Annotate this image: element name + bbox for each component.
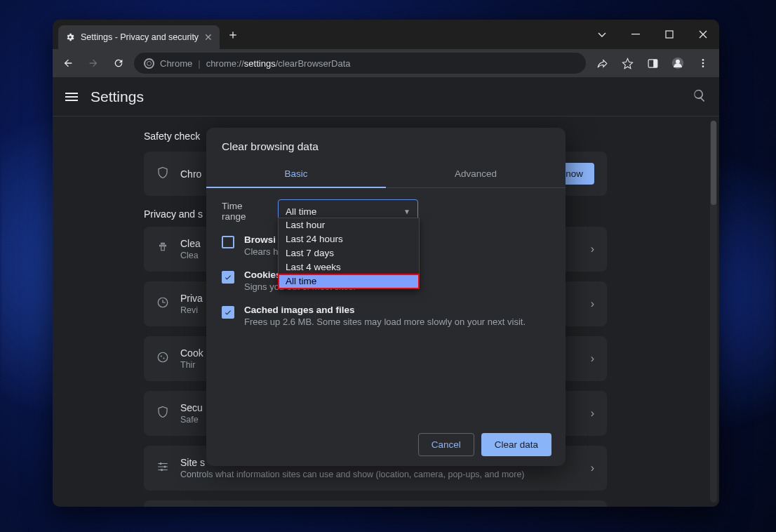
settings-search-icon[interactable] [693, 88, 707, 105]
tab-close-icon[interactable]: ✕ [204, 32, 213, 43]
url-scheme-label: Chrome [160, 58, 192, 69]
cancel-button[interactable]: Cancel [418, 433, 474, 456]
reload-button[interactable] [109, 53, 128, 73]
overflow-menu-icon[interactable] [693, 53, 714, 74]
dropdown-option[interactable]: Last 7 days [279, 246, 419, 260]
dropdown-option[interactable]: Last 4 weeks [279, 260, 419, 274]
svg-point-7 [702, 62, 704, 65]
svg-rect-1 [666, 31, 673, 38]
option-title: Cached images and files [244, 305, 526, 315]
titlebar: Settings - Privacy and security ✕ ＋ [53, 20, 719, 49]
clear-data-button[interactable]: Clear data [481, 433, 551, 456]
browser-window: Settings - Privacy and security ✕ ＋ Chro… [53, 20, 719, 507]
url-separator: | [198, 58, 200, 69]
browser-tab[interactable]: Settings - Privacy and security ✕ [58, 25, 220, 49]
browser-toolbar: Chrome | chrome://settings/clearBrowserD… [53, 49, 719, 77]
url-path: /clearBrowserData [276, 58, 351, 69]
forward-button[interactable] [83, 53, 103, 73]
svg-rect-3 [653, 59, 657, 67]
dialog-title: Clear browsing data [206, 128, 566, 160]
chevron-down-icon: ▼ [403, 208, 410, 215]
svg-point-8 [702, 65, 704, 67]
scrollbar-thumb[interactable] [711, 121, 716, 205]
window-maximize-button[interactable] [653, 20, 685, 49]
time-range-value: All time [286, 206, 316, 217]
address-bar[interactable]: Chrome | chrome://settings/clearBrowserD… [134, 53, 586, 74]
time-range-label: Time range [222, 201, 268, 222]
dialog-overlay: Clear browsing data Basic Advanced Time … [53, 117, 719, 507]
window-minimize-button[interactable] [620, 20, 652, 49]
checkbox[interactable] [222, 271, 234, 284]
settings-header: Settings [53, 77, 719, 117]
checkbox[interactable] [222, 236, 234, 248]
dropdown-option[interactable]: Last hour [279, 218, 419, 232]
option-subtitle: Clears h [244, 246, 278, 257]
chrome-icon [144, 58, 154, 69]
option-title: Browsi [244, 234, 278, 245]
tab-search-button[interactable] [586, 20, 618, 49]
window-close-button[interactable] [687, 20, 719, 49]
panel-icon[interactable] [642, 53, 663, 74]
scrollbar[interactable] [710, 121, 717, 503]
tab-basic[interactable]: Basic [206, 160, 386, 187]
dropdown-option[interactable]: All time [279, 274, 419, 288]
svg-point-6 [702, 59, 704, 61]
share-icon[interactable] [591, 53, 613, 74]
clear-option-row: Cached images and filesFrees up 2.6 MB. … [222, 305, 550, 327]
profile-icon[interactable] [667, 53, 688, 74]
url-host: settings [244, 58, 276, 69]
svg-point-5 [676, 60, 680, 64]
settings-content: Safety check Chro eck now Privacy and s … [53, 117, 719, 507]
dialog-tabs: Basic Advanced [206, 160, 566, 188]
clear-browsing-data-dialog: Clear browsing data Basic Advanced Time … [206, 128, 566, 466]
page-title: Settings [91, 88, 144, 105]
url-prefix: chrome:// [206, 58, 244, 69]
svg-rect-0 [631, 34, 640, 34]
tab-title: Settings - Privacy and security [81, 32, 199, 42]
option-subtitle: Frees up 2.6 MB. Some sites may load mor… [244, 317, 526, 327]
menu-icon[interactable] [65, 93, 78, 101]
dropdown-option[interactable]: Last 24 hours [279, 232, 419, 246]
back-button[interactable] [58, 53, 78, 73]
tab-advanced[interactable]: Advanced [386, 160, 566, 187]
gear-icon [65, 32, 75, 42]
new-tab-button[interactable]: ＋ [220, 26, 246, 43]
checkbox[interactable] [222, 306, 234, 319]
time-range-dropdown: Last hourLast 24 hoursLast 7 daysLast 4 … [278, 218, 420, 289]
bookmark-icon[interactable] [617, 53, 638, 74]
